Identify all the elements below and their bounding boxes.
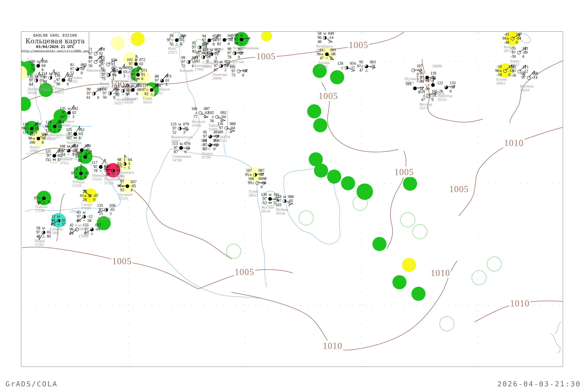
station-name-text: Изюм	[55, 87, 64, 90]
station-plot: 90ω97●90~Челно-Вершины28705	[227, 33, 256, 46]
sky-cover-icon: ◑	[40, 230, 47, 234]
station-dewpoint: 24	[62, 231, 74, 236]
sky-cover-icon: ○	[526, 76, 532, 80]
station-temperature: 102	[122, 58, 133, 62]
station-temperature: 53	[67, 167, 78, 171]
station-temperature: 125	[61, 128, 72, 132]
station-name-text: Анапа	[30, 145, 40, 149]
station-pressure: 086	[288, 195, 299, 199]
station-temperature: 111	[40, 149, 51, 154]
station-dewpoint: 85	[71, 159, 82, 163]
station-temperature: 107	[241, 168, 252, 172]
station-id-text: 17038	[35, 209, 48, 213]
station-visibility: 96▽	[21, 126, 28, 130]
station-lowcloud-amount: 3	[123, 74, 134, 78]
station-id-text: 34504	[28, 91, 54, 95]
station-tendency: 02	[116, 168, 128, 172]
station-lowcloud-amount: 0	[432, 98, 442, 102]
station-visibility: 97	[80, 91, 90, 96]
station-lowcloud-amount: 8	[330, 56, 341, 60]
station-tendency: 05	[35, 126, 46, 130]
station-tendency: -05	[131, 184, 142, 188]
station-name-text: Калач	[100, 82, 109, 86]
station-lowcloud-amount: 8	[136, 92, 147, 96]
station-name: Троицк28748	[318, 61, 330, 68]
sky-cover-icon: ○	[105, 62, 111, 66]
station-dewpoint	[400, 90, 412, 94]
station-pressure: 073	[192, 56, 203, 60]
station-temperature: 101	[400, 82, 412, 86]
station-name: Ганюшкино34798	[172, 154, 191, 162]
sky-cover-icon: ◕	[74, 67, 81, 71]
station-plot: 113ω07697●-10876Ганюшкино34798	[167, 142, 196, 154]
station-lowcloud-amount: 7	[116, 172, 128, 176]
station-lowcloud-amount: 6	[67, 82, 78, 86]
station-dewpoint: 46	[310, 40, 322, 44]
station-temperature: 61	[312, 48, 324, 52]
station-plot: 9005797◑-02780Бугуруслан28806	[220, 47, 249, 59]
station-tendency: 02	[99, 51, 110, 56]
station-temperature: 12	[44, 214, 55, 218]
lowcloud-symbol-icon	[322, 40, 328, 44]
station-visibility: 97	[22, 78, 33, 82]
station-lowcloud-amount: 9	[93, 198, 104, 202]
station-dewpoint: 87	[207, 68, 218, 72]
station-visibility: 97	[55, 110, 66, 115]
station-temperature: 113	[167, 142, 178, 146]
station-dewpoint: 82	[196, 147, 207, 151]
station-temperature: 102	[224, 65, 236, 69]
station-visibility: 95≡	[241, 172, 252, 176]
lowcloud-symbol-icon	[343, 70, 350, 74]
station-plot: 12505297●03107⋈8Тихорецк34838	[61, 128, 90, 140]
lowcloud-symbol-icon	[218, 68, 224, 72]
lowcloud-symbol-icon: ⋈	[51, 158, 58, 162]
station-tendency: 05	[58, 154, 68, 158]
station-dewpoint: 89	[99, 172, 110, 176]
station-pressure: 090	[214, 138, 224, 143]
station-tendency: -04	[516, 36, 527, 40]
station-name-text: Муйнак	[276, 208, 288, 212]
station-name-text: Тбилиси	[98, 216, 111, 220]
sky-cover-icon: ●	[28, 126, 35, 130]
station-visibility	[399, 68, 410, 72]
lowcloud-symbol-icon	[106, 95, 113, 99]
station-pressure: 171	[523, 65, 534, 69]
station-tendency: -04	[242, 69, 253, 73]
station-lowcloud-amount: 0	[418, 90, 429, 94]
lowcloud-symbol-icon	[130, 92, 136, 96]
station-dewpoint	[399, 72, 410, 76]
station-temperature: -06	[514, 71, 526, 76]
station-plot: 43ω97◑-12-05~58Kars17098	[70, 210, 98, 223]
station-plot: 102092∕∕○-04560Тайпак35406	[203, 110, 232, 123]
sky-cover-icon: ◕	[159, 78, 166, 82]
station-dewpoint: 106	[24, 140, 35, 144]
station-pressure: 035	[116, 164, 128, 168]
product-header: QAOL98 UAOL 032100	[21, 33, 89, 38]
station-tendency: 01	[47, 230, 58, 234]
sky-cover-icon: ◕	[207, 143, 214, 147]
station-id-text: 37193	[72, 184, 85, 188]
lowcloud-symbol-icon	[526, 80, 532, 84]
station-lowcloud-amount: 0	[238, 55, 249, 59]
station-name: Trabzon17038	[35, 205, 48, 213]
station-name: Грозный37235	[118, 193, 132, 200]
station-dewpoint: 23	[78, 231, 88, 236]
station-temperature: 90	[210, 34, 221, 38]
station-name: Тбилиси	[98, 216, 111, 220]
station-pressure: 057	[238, 47, 249, 51]
station-id-text: 34415	[55, 90, 64, 94]
lowcloud-symbol-icon	[124, 188, 131, 192]
station-tendency: -12	[418, 86, 429, 90]
station-dewpoint: 76	[148, 82, 159, 87]
weather-symbol-icon: ▽	[26, 127, 28, 130]
station-dewpoint: -18	[491, 73, 502, 77]
station-visibility: 97	[96, 91, 106, 95]
wind-barb-icon	[81, 164, 81, 173]
station-pressure: 056	[136, 84, 147, 88]
station-temperature: 99	[174, 56, 185, 60]
station-tendency: -01	[110, 208, 120, 212]
station-name-text: Фролово	[124, 96, 138, 100]
station-temperature: 155	[78, 223, 88, 227]
station-pressure: 079	[183, 122, 194, 126]
station-temperature: -02	[505, 65, 516, 69]
